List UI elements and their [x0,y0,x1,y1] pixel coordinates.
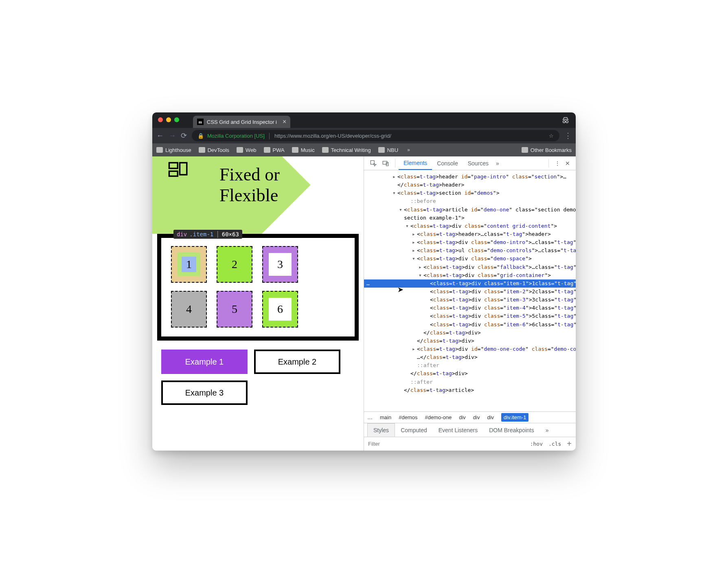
dom-node[interactable]: ▸<class=t-tag>ul class="demo-controls">…… [364,246,576,255]
dom-node[interactable]: </class=t-tag>div> [364,329,576,337]
grid-item-2[interactable]: 2 [217,246,252,283]
dom-node[interactable]: ▾<class=t-tag>div class="demo-space"> [364,255,576,263]
maximize-window-button[interactable] [174,117,179,122]
dom-node[interactable]: ▸<class=t-tag>header>…class="t-tag">head… [364,230,576,238]
bookmark-pwa[interactable]: PWA [264,147,285,153]
bookmark-nbu[interactable]: NBU [378,147,398,153]
example-3-button[interactable]: Example 3 [161,380,248,405]
dom-node[interactable]: ▾<class=t-tag>article id="demo-one" clas… [364,206,576,214]
browser-tab[interactable]: m CSS Grid and Grid Inspector i × [193,116,290,128]
content-area: Fixed or Flexible div.item-1 │ 60×63 1 2… [152,156,576,451]
styles-tab-computed[interactable]: Computed [395,423,433,437]
dom-node[interactable]: </class=t-tag>div> [364,337,576,345]
dom-node[interactable]: ::after [364,378,576,386]
svg-rect-3 [180,163,186,174]
hov-toggle[interactable]: :hov [530,441,543,447]
tab-elements[interactable]: Elements [399,156,432,170]
dom-node[interactable]: </class=t-tag>div> [364,369,576,378]
devtools-panel: ➤ Elements Console Sources » ⋮ ✕ ▸<class… [364,156,576,451]
favicon: m [197,119,204,125]
bookmark-web[interactable]: Web [237,147,257,153]
crumb-active[interactable]: div.item-1 [501,413,528,422]
dom-node[interactable]: ▸<class=t-tag>header id="page-intro" cla… [364,173,576,181]
crumb[interactable]: div [473,414,480,420]
tabs-overflow-icon[interactable]: » [493,156,502,170]
example-buttons: Example 1 Example 2 Example 3 [152,341,364,414]
example-1-button[interactable]: Example 1 [161,350,248,374]
tab-console[interactable]: Console [432,156,463,170]
svg-rect-4 [169,171,178,176]
devtools-menu-icon[interactable]: ⋮ [552,156,563,170]
folder-icon [199,147,205,153]
crumb[interactable]: #demo-one [425,414,452,420]
dom-node[interactable]: ▸<class=t-tag>div class="demo-intro">…cl… [364,238,576,246]
dom-node[interactable]: section example-1"> [364,214,576,222]
bookmark-devtools[interactable]: DevTools [199,147,229,153]
dom-node-selected[interactable]: … <class=t-tag>div class="item-1">1class… [364,279,576,288]
dom-node[interactable]: <class=t-tag>div class="item-5">5class="… [364,312,576,320]
bookmarks-overflow-icon[interactable]: » [407,147,410,153]
other-bookmarks[interactable]: Other Bookmarks [522,147,572,153]
dom-node[interactable]: <class=t-tag>div class="item-2">2class="… [364,288,576,296]
crumb[interactable]: div [487,414,494,420]
dom-node[interactable]: ▾<class=t-tag>section id="demos"> [364,189,576,197]
folder-icon [378,147,385,153]
styles-tabs-overflow-icon[interactable]: » [540,423,555,437]
dom-node[interactable]: ▾<class=t-tag>div class="content grid-co… [364,222,576,230]
new-style-rule-icon[interactable]: + [567,439,572,449]
example-2-button[interactable]: Example 2 [254,350,340,374]
hero-logo-icon [168,161,189,183]
device-toolbar-icon[interactable] [379,156,392,170]
rendered-page: Fixed or Flexible div.item-1 │ 60×63 1 2… [152,156,364,451]
dom-node[interactable]: <class=t-tag>div class="item-6">6class="… [364,321,576,329]
dom-node[interactable]: ::before [364,197,576,205]
styles-tab-event-listeners[interactable]: Event Listeners [433,423,484,437]
address-bar[interactable]: 🔒 Mozilla Corporation [US] │ https://www… [192,130,559,141]
bookmark-lighthouse[interactable]: Lighthouse [156,147,191,153]
grid-item-4[interactable]: 4 [171,291,207,328]
separator: │ [268,133,271,139]
dom-node[interactable]: <class=t-tag>div class="item-3">3class="… [364,296,576,304]
incognito-icon [561,116,570,127]
dom-node[interactable]: <class=t-tag>div class="item-4">4class="… [364,304,576,312]
close-window-button[interactable] [158,117,163,122]
dom-node[interactable]: ▾<class=t-tag>div class="grid-container"… [364,271,576,279]
styles-tab-dom-breakpoints[interactable]: DOM Breakpoints [483,423,539,437]
dom-node[interactable]: …</class=t-tag>div> [364,353,576,361]
dom-node[interactable]: ::after [364,361,576,369]
grid-item-6[interactable]: 6 [262,291,298,328]
tab-sources[interactable]: Sources [463,156,493,170]
dom-tree[interactable]: ▸<class=t-tag>header id="page-intro" cla… [364,170,576,411]
tab-close-icon[interactable]: × [283,118,286,125]
dom-node[interactable]: ▸<class=t-tag>div class="fallback">…clas… [364,263,576,271]
minimize-window-button[interactable] [166,117,171,122]
title-bar: m CSS Grid and Grid Inspector i × [152,112,576,128]
grid-item-5[interactable]: 5 [217,291,252,328]
folder-icon [292,147,298,153]
crumb[interactable]: div [459,414,466,420]
bookmark-music[interactable]: Music [292,147,315,153]
grid-item-3[interactable]: 3 [262,246,298,283]
bookmark-technical-writing[interactable]: Technical Writing [322,147,371,153]
back-button[interactable]: ← [156,132,164,140]
folder-icon [322,147,329,153]
dom-node[interactable]: </class=t-tag>article> [364,386,576,394]
cls-toggle[interactable]: .cls [548,441,561,447]
forward-button[interactable]: → [169,132,176,140]
crumb[interactable]: #demos [399,414,417,420]
styles-filter-input[interactable] [368,441,524,447]
dom-node[interactable]: ▸<class=t-tag>div id="demo-one-code" cla… [364,345,576,353]
reload-button[interactable]: ⟳ [181,131,187,140]
tab-title: CSS Grid and Grid Inspector i [207,119,277,125]
grid-item-1[interactable]: 1 [171,246,207,283]
browser-menu-icon[interactable]: ⋮ [564,131,572,140]
crumb[interactable]: main [380,414,391,420]
devtools-close-icon[interactable]: ✕ [563,156,572,170]
styles-tab-styles[interactable]: Styles [367,423,395,437]
crumb[interactable]: … [367,414,373,420]
lock-icon: 🔒 [197,133,204,139]
dom-node[interactable]: </class=t-tag>header> [364,181,576,189]
svg-point-1 [566,121,568,123]
bookmark-star-icon[interactable]: ☆ [549,133,554,139]
inspect-element-icon[interactable] [367,156,379,170]
